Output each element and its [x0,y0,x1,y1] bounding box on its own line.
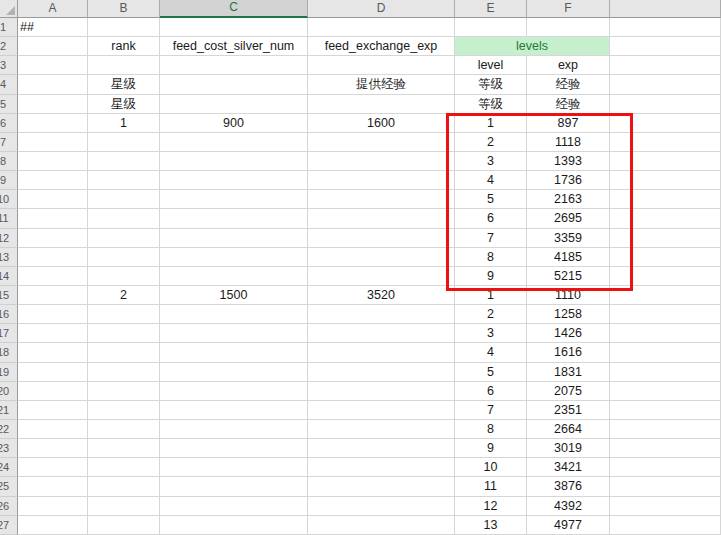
cell-B5[interactable]: 星级 [88,95,160,114]
row-header-16[interactable]: 16 [0,305,18,324]
cell-G21[interactable] [610,401,721,420]
cell-F6[interactable]: 897 [527,114,610,133]
cell-C20[interactable] [160,382,308,401]
cell-E17[interactable]: 3 [455,324,527,343]
cell-E3[interactable]: level [455,56,527,75]
cell-G20[interactable] [610,382,721,401]
cell-C19[interactable] [160,363,308,382]
cell-F3[interactable]: exp [527,56,610,75]
cell-F21[interactable]: 2351 [527,401,610,420]
cell-C15[interactable]: 1500 [160,286,308,305]
cell-B11[interactable] [88,209,160,228]
select-all-button[interactable] [0,0,18,18]
row-header-20[interactable]: 20 [0,382,18,401]
cell-C2[interactable]: feed_cost_silver_num [160,37,308,56]
cell-F17[interactable]: 1426 [527,324,610,343]
cell-G24[interactable] [610,458,721,477]
row-header-2[interactable]: 2 [0,37,18,56]
cell-B18[interactable] [88,343,160,362]
cell-B14[interactable] [88,267,160,286]
cell-D16[interactable] [308,305,455,324]
cell-C17[interactable] [160,324,308,343]
cell-B25[interactable] [88,477,160,496]
row-header-9[interactable]: 9 [0,171,18,190]
cell-A14[interactable] [18,267,88,286]
cell-A22[interactable] [18,420,88,439]
cell-B26[interactable] [88,497,160,516]
cell-E14[interactable]: 9 [455,267,527,286]
row-header-26[interactable]: 26 [0,497,18,516]
row-header-14[interactable]: 14 [0,267,18,286]
cell-G22[interactable] [610,420,721,439]
cell-C21[interactable] [160,401,308,420]
cell-D26[interactable] [308,497,455,516]
cell-F8[interactable]: 1393 [527,152,610,171]
cell-B20[interactable] [88,382,160,401]
cell-D27[interactable] [308,516,455,535]
cell-A19[interactable] [18,363,88,382]
cell-C18[interactable] [160,343,308,362]
cell-A1[interactable]: ## [18,18,88,37]
cell-D3[interactable] [308,56,455,75]
row-header-6[interactable]: 6 [0,114,18,133]
cell-D12[interactable] [308,229,455,248]
cell-C13[interactable] [160,248,308,267]
cell-F5[interactable]: 经验 [527,95,610,114]
cell-D14[interactable] [308,267,455,286]
column-header-F[interactable]: F [527,0,610,18]
cell-C16[interactable] [160,305,308,324]
cell-F14[interactable]: 5215 [527,267,610,286]
cell-D25[interactable] [308,477,455,496]
cell-D5[interactable] [308,95,455,114]
row-header-19[interactable]: 19 [0,363,18,382]
row-header-18[interactable]: 18 [0,343,18,362]
cell-E16[interactable]: 2 [455,305,527,324]
cell-F11[interactable]: 2695 [527,209,610,228]
cell-D18[interactable] [308,343,455,362]
cell-F26[interactable]: 4392 [527,497,610,516]
column-header-blank[interactable] [610,0,721,18]
cell-C6[interactable]: 900 [160,114,308,133]
cell-A3[interactable] [18,56,88,75]
cell-F9[interactable]: 1736 [527,171,610,190]
cell-D8[interactable] [308,152,455,171]
cell-A8[interactable] [18,152,88,171]
cell-C24[interactable] [160,458,308,477]
cell-E24[interactable]: 10 [455,458,527,477]
cell-A23[interactable] [18,439,88,458]
cell-G7[interactable] [610,133,721,152]
cell-A12[interactable] [18,229,88,248]
cell-G10[interactable] [610,190,721,209]
cell-E25[interactable]: 11 [455,477,527,496]
cell-E6[interactable]: 1 [455,114,527,133]
cell-A27[interactable] [18,516,88,535]
cell-E11[interactable]: 6 [455,209,527,228]
cell-A11[interactable] [18,209,88,228]
cell-C8[interactable] [160,152,308,171]
cell-C22[interactable] [160,420,308,439]
cell-E7[interactable]: 2 [455,133,527,152]
cell-B13[interactable] [88,248,160,267]
cell-A2[interactable] [18,37,88,56]
cell-A21[interactable] [18,401,88,420]
cell-D24[interactable] [308,458,455,477]
cell-B1[interactable] [88,18,160,37]
cell-G12[interactable] [610,229,721,248]
cell-B17[interactable] [88,324,160,343]
cell-E1[interactable] [455,18,527,37]
cell-C7[interactable] [160,133,308,152]
column-header-A[interactable]: A [18,0,88,18]
cell-D7[interactable] [308,133,455,152]
cell-C1[interactable] [160,18,308,37]
cell-C27[interactable] [160,516,308,535]
cell-F22[interactable]: 2664 [527,420,610,439]
cell-E4[interactable]: 等级 [455,75,527,94]
cell-D17[interactable] [308,324,455,343]
cell-C9[interactable] [160,171,308,190]
cell-D22[interactable] [308,420,455,439]
cell-G5[interactable] [610,95,721,114]
cell-C10[interactable] [160,190,308,209]
cell-F7[interactable]: 1118 [527,133,610,152]
cell-G8[interactable] [610,152,721,171]
cell-D19[interactable] [308,363,455,382]
